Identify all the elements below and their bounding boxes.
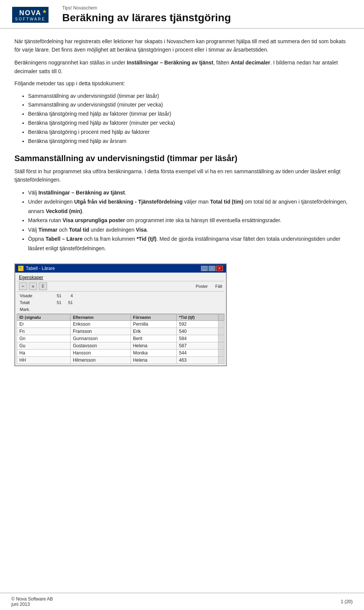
- cell-scroll: [218, 335, 224, 342]
- main-content: När tjänstefördelning har registrerats e…: [0, 29, 364, 593]
- sum-button[interactable]: Σ: [39, 282, 47, 290]
- table-row: Fn Fransson Erik 540: [17, 328, 224, 335]
- col-efternamn: Efternamn: [71, 314, 130, 321]
- header-tips: Tips! Novaschem: [62, 5, 353, 11]
- col-tid: *Tid (tjf): [177, 314, 218, 321]
- table-row: HH Hilmersson Helena 463: [17, 357, 224, 364]
- instructions-list: Välj Inställningar – Beräkning av tjänst…: [28, 188, 350, 253]
- stats-val-visade-poster: 51: [46, 293, 61, 298]
- window-body: Egenskaper ✂ ✕ Σ Poster Fält: [15, 273, 226, 365]
- footer-company: © Nova Software AB: [11, 596, 53, 602]
- page: ★ NOVA SOFTWARE Tips! Novaschem Beräknin…: [0, 0, 364, 610]
- table-header-row: ID (signatu Efternamn Förnamn *Tid (tjf): [17, 314, 224, 321]
- inst2-bold2: Total tid (tim): [210, 199, 243, 205]
- logo-software: SOFTWARE: [15, 17, 46, 21]
- cell-efternamn: Gustavsson: [71, 342, 130, 350]
- intro-paragraph-2: Beräkningens noggrannhet kan ställas in …: [14, 58, 350, 75]
- cell-fornamn: Pernilla: [130, 321, 176, 328]
- cell-efternamn: Hansson: [71, 350, 130, 357]
- intro-bold-1: Inställningar – Beräkning av tjänst: [127, 60, 213, 66]
- table-row: Gu Gustavsson Helena 587: [17, 342, 224, 350]
- inst4-bold2: Total tid: [69, 227, 89, 233]
- stats-area: Poster Fält: [193, 284, 222, 289]
- list-item: Beräkna tjänstgöring i procent med hjälp…: [28, 128, 350, 137]
- cell-efternamn: Fransson: [71, 328, 130, 335]
- cell-id: HH: [17, 357, 71, 364]
- delete-button[interactable]: ✕: [29, 282, 37, 290]
- footer-page: 1 (20): [341, 599, 353, 604]
- cell-scroll: [218, 328, 224, 335]
- stats-row-visade: Visade 51 4: [20, 292, 96, 299]
- methods-heading-inline: Följande metoder tas upp i detta tipsdok…: [14, 80, 125, 86]
- cell-efternamn: Hilmersson: [71, 357, 130, 364]
- table-body: Er Eriksson Pernilla 592 Fn Fransson Eri…: [17, 321, 224, 364]
- footer-left: © Nova Software AB juni 2013: [11, 596, 53, 607]
- toolbar: ✂ ✕ Σ Poster Fält: [17, 281, 224, 292]
- window-icon: 🔧: [18, 266, 24, 271]
- instruction-item-2: Under avdelningen Utgå från vid beräknin…: [28, 197, 350, 216]
- list-item: Beräkna tjänstgöring med hjälp av årsram: [28, 137, 350, 146]
- cell-scroll: [218, 342, 224, 350]
- close-button[interactable]: ✕: [216, 266, 223, 271]
- stats-val-totalt-falt: 51: [61, 300, 73, 305]
- cell-tid: 463: [177, 357, 218, 364]
- intro-bold-2: Antal decimaler: [231, 60, 270, 66]
- cell-id: Gn: [17, 335, 71, 342]
- menu-item-egenskaper[interactable]: Egenskaper: [19, 275, 43, 280]
- table-row: Gn Gunnarsson Berit 584: [17, 335, 224, 342]
- cell-tid: 584: [177, 335, 218, 342]
- intro-text-2b: , fälten: [213, 60, 231, 66]
- screenshot-window: 🔧 Tabell - Lärare _ □ ✕ Egenskaper ✂ ✕ Σ: [14, 263, 227, 366]
- inst2-bold1: Utgå från vid beräkning - Tjänstefördeln…: [74, 199, 182, 205]
- intro-paragraph-1: När tjänstefördelning har registrerats e…: [14, 37, 350, 54]
- table-row: Er Eriksson Pernilla 592: [17, 321, 224, 328]
- stats-rows: Visade 51 4 Totalt 51 51 Mark.: [17, 292, 224, 314]
- menu-bar: Egenskaper: [17, 274, 224, 281]
- section1-heading: Sammanställning av undervisningstid (tim…: [14, 153, 350, 164]
- cell-tid: 544: [177, 350, 218, 357]
- list-item: Beräkna tjänstgöring med hjälp av faktor…: [28, 110, 350, 119]
- inst4-bold1: Timmar: [38, 227, 57, 233]
- intro-text-2a: Beräkningens noggrannhet kan ställas in …: [14, 60, 127, 66]
- logo-nova: NOVA: [19, 9, 42, 17]
- cell-scroll: [218, 321, 224, 328]
- instruction-item-4: Välj Timmar och Total tid under avdelnin…: [28, 225, 350, 235]
- stats-val-visade-falt: 4: [61, 293, 73, 298]
- stats-label-visade: Visade: [20, 293, 46, 298]
- titlebar-left: 🔧 Tabell - Lärare: [18, 266, 55, 271]
- window-title: Tabell - Lärare: [26, 266, 55, 271]
- col-id: ID (signatu: [17, 314, 71, 321]
- stats-row-mark: Mark.: [20, 306, 96, 313]
- header-text-area: Tips! Novaschem Beräkning av lärares tjä…: [53, 5, 353, 24]
- table-row: Ha Hansson Monika 544: [17, 350, 224, 357]
- methods-intro: Följande metoder tas upp i detta tipsdok…: [14, 79, 350, 88]
- intro-text-1: När tjänstefördelning har registrerats e…: [14, 38, 346, 53]
- inst3-bold: Visa ursprungliga poster: [63, 217, 125, 223]
- maximize-button[interactable]: □: [209, 266, 215, 271]
- minimize-button[interactable]: _: [201, 266, 208, 271]
- methods-list: Sammanställning av undervisningstid (tim…: [28, 92, 350, 146]
- instruction-item-5: Öppna Tabell – Lärare och ta fram kolumn…: [28, 234, 350, 253]
- cell-tid: 592: [177, 321, 218, 328]
- cell-scroll: [218, 357, 224, 364]
- cell-id: Gu: [17, 342, 71, 350]
- list-item: Beräkna tjänstgöring med hjälp av faktor…: [28, 119, 350, 128]
- instruction-item-3: Markera rutan Visa ursprungliga poster o…: [28, 216, 350, 225]
- header: ★ NOVA SOFTWARE Tips! Novaschem Beräknin…: [0, 0, 364, 29]
- cut-button[interactable]: ✂: [19, 282, 27, 290]
- cell-fornamn: Berit: [130, 335, 176, 342]
- cell-id: Er: [17, 321, 71, 328]
- stats-label-mark: Mark.: [20, 307, 46, 312]
- inst4-bold3: Visa: [136, 227, 147, 233]
- cell-efternamn: Eriksson: [71, 321, 130, 328]
- cell-fornamn: Monika: [130, 350, 176, 357]
- inst5-bold2: *Tid (tjf): [136, 236, 157, 242]
- stats-labels: Visade 51 4 Totalt 51 51 Mark.: [20, 292, 96, 313]
- window-titlebar: 🔧 Tabell - Lärare _ □ ✕: [15, 264, 226, 273]
- stats-col-falt: Fält: [211, 284, 222, 289]
- data-table: ID (signatu Efternamn Förnamn *Tid (tjf)…: [17, 314, 224, 364]
- col-scroll: [218, 314, 224, 321]
- logo-box: ★ NOVA SOFTWARE: [12, 7, 49, 23]
- col-fornamn: Förnamn: [130, 314, 176, 321]
- header-title: Beräkning av lärares tjänstgöring: [62, 11, 353, 24]
